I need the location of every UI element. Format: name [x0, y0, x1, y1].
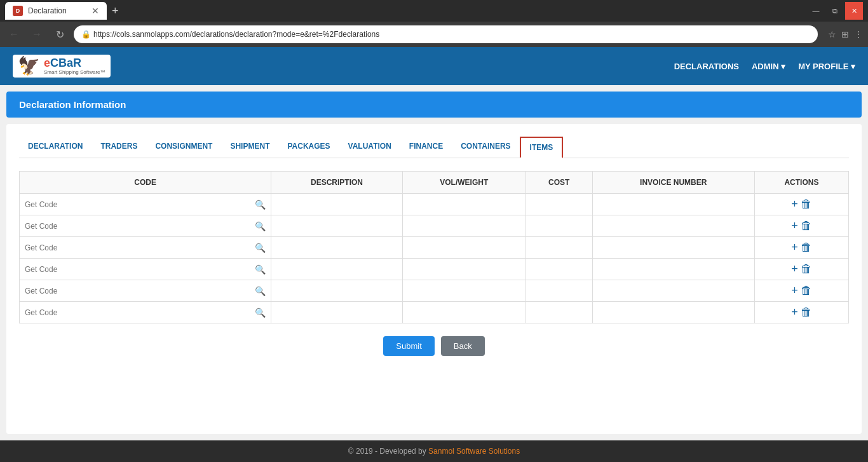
tab-items[interactable]: ITEMS: [520, 137, 564, 158]
tab-containers[interactable]: CONTAINERS: [452, 137, 519, 158]
code-cell-3: 🔍: [20, 259, 271, 280]
actions-cell-5: + 🗑: [754, 302, 848, 323]
code-input-0[interactable]: [25, 200, 251, 209]
reload-button[interactable]: ↻: [51, 29, 69, 41]
vol-weight-cell-2: [402, 237, 526, 259]
bookmark-icon[interactable]: ☆: [828, 29, 836, 39]
col-description: DESCRIPTION: [271, 172, 403, 194]
form-buttons: Submit Back: [19, 336, 849, 356]
close-button[interactable]: ✕: [845, 2, 863, 20]
table-row: 🔍 + 🗑: [20, 280, 849, 302]
invoice-number-cell-1: [592, 215, 754, 237]
page-title: Declaration Information: [19, 99, 126, 110]
tab-declaration[interactable]: DECLARATION: [19, 137, 92, 158]
browser-toolbar-icons: ☆ ⊞ ⋮: [828, 29, 863, 39]
minimize-button[interactable]: —: [807, 2, 825, 20]
restore-button[interactable]: ⧉: [826, 2, 844, 20]
tab-bar: DECLARATION TRADERS CONSIGNMENT SHIPMENT…: [19, 137, 849, 158]
col-actions: ACTIONS: [754, 172, 848, 194]
logo-name: eCBaR: [44, 57, 105, 70]
cost-cell-4: [526, 280, 592, 302]
actions-cell-1: + 🗑: [754, 215, 848, 237]
col-code: CODE: [20, 172, 271, 194]
nav-admin[interactable]: ADMIN ▾: [752, 62, 785, 71]
tab-finance[interactable]: FINANCE: [400, 137, 452, 158]
delete-button-1[interactable]: 🗑: [801, 219, 812, 233]
search-icon-3[interactable]: 🔍: [255, 264, 266, 275]
tab-packages[interactable]: PACKAGES: [278, 137, 339, 158]
code-input-1[interactable]: [25, 222, 251, 231]
back-nav-button[interactable]: ←: [5, 29, 23, 40]
search-icon-2[interactable]: 🔍: [255, 243, 266, 253]
delete-button-2[interactable]: 🗑: [801, 241, 812, 254]
description-cell-5: [271, 302, 403, 323]
delete-button-3[interactable]: 🗑: [801, 262, 812, 276]
cost-cell-0: [526, 194, 592, 215]
code-input-4[interactable]: [25, 287, 251, 296]
browser-address-bar: ← → ↻ 🔒 https://cols.sanmolapps.com/decl…: [0, 22, 868, 47]
add-button-5[interactable]: +: [791, 306, 798, 319]
url-text: https://cols.sanmolapps.com/declarations…: [93, 30, 379, 39]
forward-nav-button[interactable]: →: [28, 29, 46, 40]
table-row: 🔍 + 🗑: [20, 194, 849, 215]
footer-link[interactable]: Sanmol Software Solutions: [428, 447, 520, 456]
tab-valuation[interactable]: VALUATION: [339, 137, 400, 158]
add-button-4[interactable]: +: [791, 284, 798, 297]
col-invoice-number: INVOICE NUMBER: [592, 172, 754, 194]
submit-button[interactable]: Submit: [383, 336, 434, 356]
vol-weight-cell-0: [402, 194, 526, 215]
code-cell-2: 🔍: [20, 237, 271, 259]
search-icon-1[interactable]: 🔍: [255, 221, 266, 231]
new-tab-button[interactable]: +: [112, 4, 119, 18]
tab-favicon: D: [13, 6, 23, 16]
invoice-number-cell-2: [592, 237, 754, 259]
table-row: 🔍 + 🗑: [20, 215, 849, 237]
menu-icon[interactable]: ⋮: [854, 29, 863, 39]
tab-close-button[interactable]: ✕: [92, 6, 99, 15]
delete-button-5[interactable]: 🗑: [801, 306, 812, 319]
search-icon-4[interactable]: 🔍: [255, 286, 266, 296]
invoice-number-cell-4: [592, 280, 754, 302]
tab-title: Declaration: [28, 6, 86, 15]
browser-chrome: D Declaration ✕ + — ⧉ ✕ ← → ↻ 🔒 https://…: [0, 0, 868, 47]
add-button-0[interactable]: +: [791, 198, 798, 211]
invoice-number-cell-0: [592, 194, 754, 215]
table-row: 🔍 + 🗑: [20, 302, 849, 323]
search-icon-5[interactable]: 🔍: [255, 308, 266, 318]
vol-weight-cell-5: [402, 302, 526, 323]
browser-tab[interactable]: D Declaration ✕: [5, 2, 107, 20]
back-button[interactable]: Back: [441, 336, 485, 356]
cost-cell-1: [526, 215, 592, 237]
cost-cell-2: [526, 237, 592, 259]
code-input-5[interactable]: [25, 308, 251, 317]
address-bar[interactable]: 🔒 https://cols.sanmolapps.com/declaratio…: [74, 25, 818, 43]
window-controls: — ⧉ ✕: [807, 2, 863, 20]
nav-declarations[interactable]: DECLARATIONS: [674, 62, 739, 71]
code-input-2[interactable]: [25, 243, 251, 252]
eagle-icon: 🦅: [18, 57, 40, 75]
items-table: CODE DESCRIPTION VOL/WEIGHT COST INVOICE…: [19, 171, 849, 323]
logo-text-block: eCBaR Smart Shipping Software™: [44, 57, 105, 76]
tab-traders[interactable]: TRADERS: [92, 137, 146, 158]
nav-profile[interactable]: MY PROFILE ▾: [798, 62, 855, 71]
delete-button-4[interactable]: 🗑: [801, 284, 812, 297]
header-navigation: DECLARATIONS ADMIN ▾ MY PROFILE ▾: [674, 62, 855, 71]
add-button-2[interactable]: +: [791, 241, 798, 254]
code-cell-1: 🔍: [20, 215, 271, 237]
cost-cell-5: [526, 302, 592, 323]
delete-button-0[interactable]: 🗑: [801, 198, 812, 211]
actions-cell-3: + 🗑: [754, 259, 848, 280]
add-button-3[interactable]: +: [791, 262, 798, 276]
code-input-3[interactable]: [25, 265, 251, 274]
logo-tagline: Smart Shipping Software™: [44, 69, 105, 75]
invoice-number-cell-5: [592, 302, 754, 323]
footer-text: © 2019 - Developed by Sanmol Software So…: [348, 447, 520, 456]
search-icon-0[interactable]: 🔍: [255, 200, 266, 210]
extensions-icon[interactable]: ⊞: [841, 29, 849, 39]
tab-shipment[interactable]: SHIPMENT: [221, 137, 278, 158]
logo: 🦅 eCBaR Smart Shipping Software™: [13, 55, 111, 78]
add-button-1[interactable]: +: [791, 219, 798, 233]
col-cost: COST: [526, 172, 592, 194]
tab-consignment[interactable]: CONSIGNMENT: [146, 137, 221, 158]
page-title-bar: Declaration Information: [6, 92, 862, 118]
